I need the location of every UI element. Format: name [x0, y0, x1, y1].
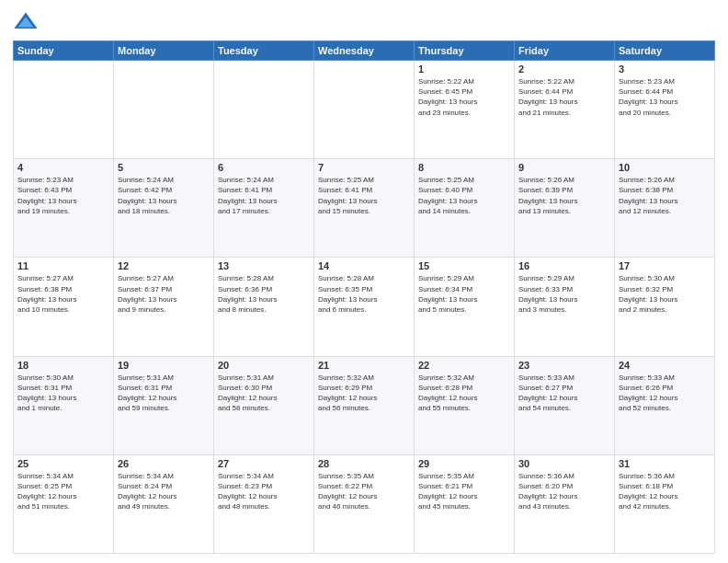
day-header-saturday: Saturday [615, 41, 715, 61]
day-info: Sunrise: 5:36 AM Sunset: 6:20 PM Dayligh… [518, 471, 610, 512]
calendar-cell: 26Sunrise: 5:34 AM Sunset: 6:24 PM Dayli… [114, 454, 214, 553]
day-info: Sunrise: 5:29 AM Sunset: 6:34 PM Dayligh… [418, 273, 510, 315]
calendar-header-row: SundayMondayTuesdayWednesdayThursdayFrid… [14, 41, 715, 61]
day-number: 13 [218, 260, 310, 271]
day-number: 21 [318, 360, 410, 371]
day-number: 26 [118, 458, 210, 469]
day-number: 6 [218, 162, 310, 173]
day-info: Sunrise: 5:33 AM Sunset: 6:26 PM Dayligh… [619, 373, 711, 414]
calendar-cell: 23Sunrise: 5:33 AM Sunset: 6:27 PM Dayli… [515, 356, 615, 454]
day-header-wednesday: Wednesday [314, 41, 415, 61]
calendar-cell: 6Sunrise: 5:24 AM Sunset: 6:41 PM Daylig… [214, 159, 314, 258]
calendar-cell: 10Sunrise: 5:26 AM Sunset: 6:38 PM Dayli… [615, 159, 715, 258]
day-number: 4 [17, 162, 109, 173]
calendar-week-2: 4Sunrise: 5:23 AM Sunset: 6:43 PM Daylig… [14, 159, 715, 258]
day-info: Sunrise: 5:29 AM Sunset: 6:33 PM Dayligh… [518, 273, 610, 315]
day-info: Sunrise: 5:28 AM Sunset: 6:35 PM Dayligh… [318, 273, 410, 315]
day-info: Sunrise: 5:22 AM Sunset: 6:45 PM Dayligh… [418, 76, 510, 118]
calendar-cell: 22Sunrise: 5:32 AM Sunset: 6:28 PM Dayli… [415, 356, 515, 454]
day-info: Sunrise: 5:27 AM Sunset: 6:37 PM Dayligh… [118, 273, 210, 315]
calendar-cell: 14Sunrise: 5:28 AM Sunset: 6:35 PM Dayli… [314, 258, 415, 356]
day-number: 14 [318, 260, 410, 271]
day-info: Sunrise: 5:31 AM Sunset: 6:31 PM Dayligh… [118, 373, 210, 414]
day-number: 3 [619, 63, 711, 75]
day-number: 10 [619, 162, 711, 173]
day-number: 18 [17, 360, 109, 371]
calendar-cell: 29Sunrise: 5:35 AM Sunset: 6:21 PM Dayli… [415, 454, 515, 553]
calendar-cell: 1Sunrise: 5:22 AM Sunset: 6:45 PM Daylig… [415, 61, 515, 159]
day-number: 16 [518, 260, 610, 271]
logo-icon [13, 9, 39, 35]
calendar-week-3: 11Sunrise: 5:27 AM Sunset: 6:38 PM Dayli… [14, 258, 715, 356]
day-number: 5 [118, 162, 210, 173]
day-number: 7 [318, 162, 410, 173]
day-header-monday: Monday [114, 41, 214, 61]
day-info: Sunrise: 5:35 AM Sunset: 6:22 PM Dayligh… [318, 471, 410, 512]
day-info: Sunrise: 5:32 AM Sunset: 6:28 PM Dayligh… [418, 373, 510, 414]
day-number: 19 [118, 360, 210, 371]
day-info: Sunrise: 5:30 AM Sunset: 6:31 PM Dayligh… [17, 373, 109, 414]
day-info: Sunrise: 5:34 AM Sunset: 6:25 PM Dayligh… [17, 471, 109, 512]
day-number: 20 [218, 360, 310, 371]
day-info: Sunrise: 5:27 AM Sunset: 6:38 PM Dayligh… [17, 273, 109, 315]
calendar-cell: 11Sunrise: 5:27 AM Sunset: 6:38 PM Dayli… [14, 258, 114, 356]
calendar-cell: 28Sunrise: 5:35 AM Sunset: 6:22 PM Dayli… [314, 454, 415, 553]
day-header-thursday: Thursday [415, 41, 515, 61]
day-number: 17 [619, 260, 711, 271]
calendar-cell [214, 61, 314, 159]
calendar-cell: 5Sunrise: 5:24 AM Sunset: 6:42 PM Daylig… [114, 159, 214, 258]
day-info: Sunrise: 5:35 AM Sunset: 6:21 PM Dayligh… [418, 471, 510, 512]
day-header-tuesday: Tuesday [214, 41, 314, 61]
calendar-cell: 19Sunrise: 5:31 AM Sunset: 6:31 PM Dayli… [114, 356, 214, 454]
calendar-cell: 17Sunrise: 5:30 AM Sunset: 6:32 PM Dayli… [615, 258, 715, 356]
calendar-week-1: 1Sunrise: 5:22 AM Sunset: 6:45 PM Daylig… [14, 61, 715, 159]
day-number: 2 [518, 63, 610, 75]
day-number: 22 [418, 360, 510, 371]
day-number: 9 [518, 162, 610, 173]
calendar-cell: 2Sunrise: 5:22 AM Sunset: 6:44 PM Daylig… [515, 61, 615, 159]
calendar-cell [114, 61, 214, 159]
day-number: 28 [318, 458, 410, 469]
day-info: Sunrise: 5:24 AM Sunset: 6:42 PM Dayligh… [118, 175, 210, 216]
calendar-cell: 18Sunrise: 5:30 AM Sunset: 6:31 PM Dayli… [14, 356, 114, 454]
calendar-cell: 9Sunrise: 5:26 AM Sunset: 6:39 PM Daylig… [515, 159, 615, 258]
day-number: 15 [418, 260, 510, 271]
day-info: Sunrise: 5:22 AM Sunset: 6:44 PM Dayligh… [518, 76, 610, 118]
day-info: Sunrise: 5:26 AM Sunset: 6:38 PM Dayligh… [619, 175, 711, 216]
day-header-friday: Friday [515, 41, 615, 61]
day-number: 27 [218, 458, 310, 469]
calendar-cell: 30Sunrise: 5:36 AM Sunset: 6:20 PM Dayli… [515, 454, 615, 553]
calendar-cell: 25Sunrise: 5:34 AM Sunset: 6:25 PM Dayli… [14, 454, 114, 553]
calendar-cell: 16Sunrise: 5:29 AM Sunset: 6:33 PM Dayli… [515, 258, 615, 356]
day-info: Sunrise: 5:26 AM Sunset: 6:39 PM Dayligh… [518, 175, 610, 216]
calendar-cell: 24Sunrise: 5:33 AM Sunset: 6:26 PM Dayli… [615, 356, 715, 454]
day-info: Sunrise: 5:36 AM Sunset: 6:18 PM Dayligh… [619, 471, 711, 512]
day-number: 11 [17, 260, 109, 271]
calendar: SundayMondayTuesdayWednesdayThursdayFrid… [13, 40, 715, 554]
header [13, 9, 715, 35]
day-info: Sunrise: 5:33 AM Sunset: 6:27 PM Dayligh… [518, 373, 610, 414]
day-info: Sunrise: 5:30 AM Sunset: 6:32 PM Dayligh… [619, 273, 711, 315]
calendar-week-4: 18Sunrise: 5:30 AM Sunset: 6:31 PM Dayli… [14, 356, 715, 454]
calendar-cell [14, 61, 114, 159]
day-number: 1 [418, 63, 510, 75]
day-info: Sunrise: 5:32 AM Sunset: 6:29 PM Dayligh… [318, 373, 410, 414]
calendar-cell: 12Sunrise: 5:27 AM Sunset: 6:37 PM Dayli… [114, 258, 214, 356]
day-info: Sunrise: 5:28 AM Sunset: 6:36 PM Dayligh… [218, 273, 310, 315]
calendar-cell: 15Sunrise: 5:29 AM Sunset: 6:34 PM Dayli… [415, 258, 515, 356]
page: SundayMondayTuesdayWednesdayThursdayFrid… [0, 0, 728, 563]
day-number: 31 [619, 458, 711, 469]
day-number: 29 [418, 458, 510, 469]
calendar-cell: 3Sunrise: 5:23 AM Sunset: 6:44 PM Daylig… [615, 61, 715, 159]
calendar-cell [314, 61, 415, 159]
day-info: Sunrise: 5:34 AM Sunset: 6:24 PM Dayligh… [118, 471, 210, 512]
day-info: Sunrise: 5:25 AM Sunset: 6:41 PM Dayligh… [318, 175, 410, 216]
day-info: Sunrise: 5:24 AM Sunset: 6:41 PM Dayligh… [218, 175, 310, 216]
day-info: Sunrise: 5:34 AM Sunset: 6:23 PM Dayligh… [218, 471, 310, 512]
calendar-cell: 4Sunrise: 5:23 AM Sunset: 6:43 PM Daylig… [14, 159, 114, 258]
day-info: Sunrise: 5:23 AM Sunset: 6:44 PM Dayligh… [619, 76, 711, 118]
calendar-cell: 20Sunrise: 5:31 AM Sunset: 6:30 PM Dayli… [214, 356, 314, 454]
calendar-week-5: 25Sunrise: 5:34 AM Sunset: 6:25 PM Dayli… [14, 454, 715, 553]
day-header-sunday: Sunday [14, 41, 114, 61]
calendar-cell: 21Sunrise: 5:32 AM Sunset: 6:29 PM Dayli… [314, 356, 415, 454]
